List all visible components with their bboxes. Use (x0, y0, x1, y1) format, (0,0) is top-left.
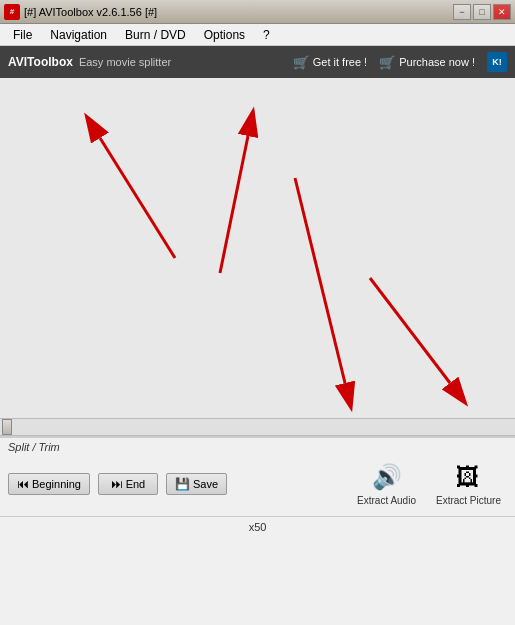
purchase-now-link[interactable]: 🛒 Purchase now ! (379, 55, 475, 70)
app-icon: # (4, 4, 20, 20)
slider-thumb[interactable] (2, 419, 12, 435)
svg-line-1 (100, 138, 175, 258)
tagline-label: Easy movie splitter (79, 56, 293, 68)
menu-help[interactable]: ? (254, 25, 279, 45)
title-bar: # [#] AVIToolbox v2.6.1.56 [#] − □ ✕ (0, 0, 515, 24)
controls-row: ⏮ Beginning ⏭ End 💾 Save 🔊 Extract Audio… (0, 455, 515, 516)
status-text: x50 (249, 521, 267, 533)
toolbar-strip: AVIToolbox Easy movie splitter 🛒 Get it … (0, 46, 515, 78)
save-button[interactable]: 💾 Save (166, 473, 227, 495)
svg-line-2 (220, 136, 248, 273)
get-it-free-link[interactable]: 🛒 Get it free ! (293, 55, 367, 70)
main-area (0, 78, 515, 418)
brand-label: AVIToolbox (8, 55, 73, 69)
title-bar-text: [#] AVIToolbox v2.6.1.56 [#] (24, 6, 453, 18)
slider-bar[interactable] (0, 418, 515, 436)
title-bar-buttons: − □ ✕ (453, 4, 511, 20)
status-bar: x50 (0, 516, 515, 536)
arrows-overlay (0, 78, 515, 418)
menu-navigation[interactable]: Navigation (41, 25, 116, 45)
save-icon: 💾 (175, 477, 190, 491)
svg-line-4 (370, 278, 450, 383)
menu-burn-dvd[interactable]: Burn / DVD (116, 25, 195, 45)
end-icon: ⏭ (111, 477, 123, 491)
svg-line-3 (295, 178, 345, 383)
end-button[interactable]: ⏭ End (98, 473, 158, 495)
split-trim-label: Split / Trim (0, 438, 515, 455)
beginning-button[interactable]: ⏮ Beginning (8, 473, 90, 495)
menu-bar: File Navigation Burn / DVD Options ? (0, 24, 515, 46)
extract-picture-button[interactable]: 🖼 Extract Picture (430, 459, 507, 508)
minimize-button[interactable]: − (453, 4, 471, 20)
extract-picture-icon: 🖼 (452, 461, 484, 493)
extract-audio-button[interactable]: 🔊 Extract Audio (351, 459, 422, 508)
close-button[interactable]: ✕ (493, 4, 511, 20)
cart-icon: 🛒 (293, 55, 309, 70)
menu-options[interactable]: Options (195, 25, 254, 45)
bottom-panel: Split / Trim ⏮ Beginning ⏭ End 💾 Save 🔊 … (0, 436, 515, 516)
extract-audio-icon: 🔊 (371, 461, 403, 493)
cart2-icon: 🛒 (379, 55, 395, 70)
beginning-icon: ⏮ (17, 477, 29, 491)
maximize-button[interactable]: □ (473, 4, 491, 20)
app-logo: K! (487, 52, 507, 72)
menu-file[interactable]: File (4, 25, 41, 45)
